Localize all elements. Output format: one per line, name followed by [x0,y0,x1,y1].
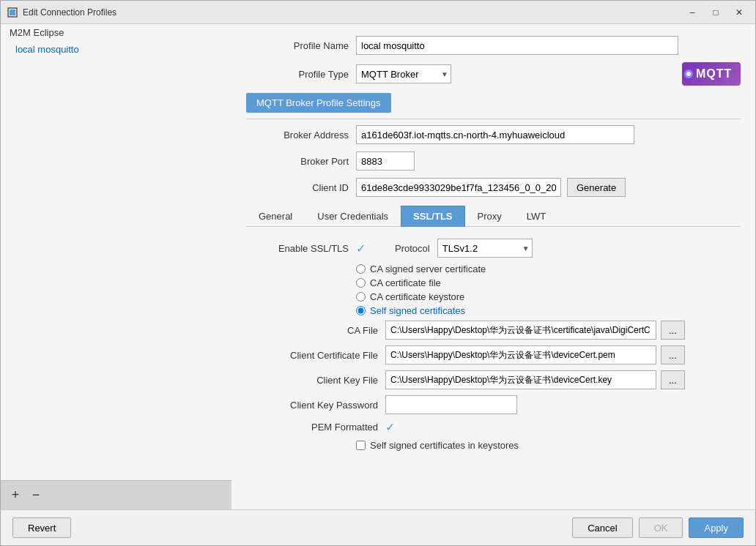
ok-button[interactable]: OK [639,517,683,538]
radio-self-signed: Self signed certificates [356,305,741,316]
enable-ssl-row: Enable SSL/TLS ✓ Protocol TLSv1.2 TLSv1.… [246,239,741,258]
remove-profile-button[interactable]: − [27,487,45,504]
revert-button[interactable]: Revert [12,517,71,538]
client-key-password-input[interactable] [385,395,517,414]
maximize-button[interactable]: □ [705,5,726,20]
profile-type-select[interactable]: MQTT Broker [356,64,451,83]
window: Edit Connection Profiles – □ ✕ M2M Eclip… [0,0,756,546]
svg-rect-1 [10,10,15,15]
close-button[interactable]: ✕ [729,5,749,20]
client-key-label: Client Key File [246,375,378,386]
section-header-row: MQTT Broker Profile Settings [246,93,741,113]
mqtt-logo-image: MQTT [682,62,741,86]
profile-name-input[interactable] [356,36,678,55]
broker-port-label: Broker Port [246,156,349,167]
broker-port-row: Broker Port [246,152,741,171]
radio-ca-cert-keystore-label: CA certificate keystore [370,291,464,302]
sidebar-actions: + − [1,480,231,509]
generate-button[interactable]: Generate [567,178,626,197]
client-cert-label: Client Certificate File [246,350,378,361]
client-id-label: Client ID [246,182,349,193]
protocol-label: Protocol [395,243,430,254]
radio-ca-cert-file: CA certificate file [356,277,741,288]
ca-file-label: CA File [246,325,378,336]
ca-file-browse-button[interactable]: ... [661,321,685,340]
svg-point-3 [686,72,691,76]
radio-ca-cert-file-label: CA certificate file [370,277,441,288]
client-key-row: Client Key File ... [246,370,741,389]
radio-ca-cert-file-input[interactable] [356,278,366,288]
protocol-select[interactable]: TLSv1.2 TLSv1.1 TLSv1.0 [437,239,533,258]
radio-self-signed-input[interactable] [356,306,366,315]
minimize-button[interactable]: – [682,5,703,20]
tab-lwt[interactable]: LWT [514,206,558,227]
broker-address-row: Broker Address [246,125,741,144]
radio-ca-signed-label: CA signed server certificate [370,263,486,274]
right-panel: Profile Name Profile Type MQTT Broker ▼ [231,24,755,509]
tab-ssl-tls[interactable]: SSL/TLS [401,206,464,227]
client-id-input[interactable] [356,178,561,197]
pem-formatted-row: PEM Formatted ✓ [246,420,741,434]
window-icon [7,7,18,18]
profile-type-row: Profile Type MQTT Broker ▼ MQTT [246,62,741,86]
svg-text:MQTT: MQTT [696,67,732,80]
apply-button[interactable]: Apply [689,517,744,538]
client-cert-row: Client Certificate File ... [246,345,741,364]
keystores-row: Self signed certificates in keystores [356,440,741,451]
radio-ca-cert-keystore-input[interactable] [356,292,366,302]
client-key-password-row: Client Key Password [246,395,741,414]
protocol-select-wrapper: TLSv1.2 TLSv1.1 TLSv1.0 ▼ [437,239,533,258]
radio-group: CA signed server certificate CA certific… [356,263,741,316]
broker-address-input[interactable] [356,125,634,144]
broker-port-input[interactable] [356,152,415,171]
ssl-section: Enable SSL/TLS ✓ Protocol TLSv1.2 TLSv1.… [246,233,741,463]
titlebar-buttons: – □ ✕ [682,5,749,20]
add-profile-button[interactable]: + [7,487,24,504]
radio-ca-signed: CA signed server certificate [356,263,741,274]
client-key-input[interactable] [385,370,656,389]
pem-formatted-checkmark: ✓ [385,420,395,434]
cancel-button[interactable]: Cancel [572,517,632,538]
mqtt-broker-settings-button[interactable]: MQTT Broker Profile Settings [246,93,391,113]
tab-user-credentials[interactable]: User Credentials [305,206,401,227]
sidebar-item-local-mosquitto[interactable]: local mosquitto [1,41,231,58]
profile-name-label: Profile Name [246,40,349,51]
footer: Revert Cancel OK Apply [1,509,755,545]
keystores-label: Self signed certificates in keystores [370,440,519,451]
sidebar-item-m2m-eclipse[interactable]: M2M Eclipse [1,24,231,41]
client-cert-input[interactable] [385,345,656,364]
profile-name-row: Profile Name [246,36,741,55]
divider-1 [246,119,741,119]
mqtt-logo: MQTT [682,62,741,86]
pem-formatted-label: PEM Formatted [246,422,378,433]
titlebar: Edit Connection Profiles – □ ✕ [1,1,755,24]
sidebar-items: M2M Eclipse local mosquitto [1,24,231,480]
sidebar: M2M Eclipse local mosquitto + − [1,24,231,509]
broker-address-label: Broker Address [246,130,349,141]
radio-ca-signed-input[interactable] [356,264,366,274]
enable-ssl-checkmark: ✓ [356,242,366,255]
main-content: M2M Eclipse local mosquitto + − Profile … [1,24,755,509]
client-key-password-label: Client Key Password [246,400,378,411]
ca-file-row: CA File ... [246,321,741,340]
radio-ca-cert-keystore: CA certificate keystore [356,291,741,302]
profile-type-label: Profile Type [246,69,349,80]
client-cert-browse-button[interactable]: ... [661,345,685,364]
keystores-checkbox[interactable] [356,441,366,450]
profile-type-select-wrapper: MQTT Broker ▼ [356,64,451,83]
radio-self-signed-label: Self signed certificates [370,305,465,316]
tabs: General User Credentials SSL/TLS Proxy L… [246,206,741,227]
client-id-row: Client ID Generate [246,178,741,197]
window-title: Edit Connection Profiles [23,7,682,18]
tab-proxy[interactable]: Proxy [465,206,514,227]
enable-ssl-label: Enable SSL/TLS [246,243,349,254]
tab-general[interactable]: General [246,206,305,227]
client-key-browse-button[interactable]: ... [661,370,685,389]
ca-file-input[interactable] [385,321,656,340]
